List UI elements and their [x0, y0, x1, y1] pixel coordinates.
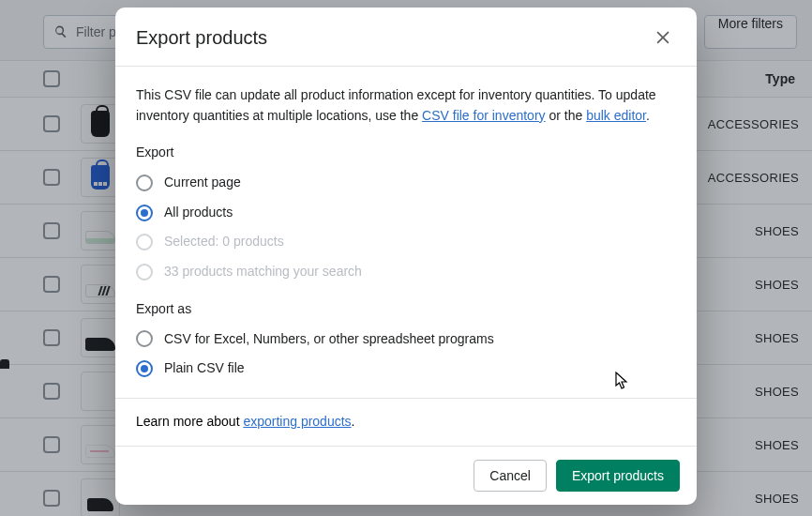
export-products-button[interactable]: Export products [556, 460, 680, 492]
radio-csv-excel[interactable] [136, 330, 153, 347]
export-format-radio-group: CSV for Excel, Numbers, or other spreads… [136, 329, 676, 379]
radio-selected-products [136, 234, 153, 250]
radio-csv-excel-label: CSV for Excel, Numbers, or other spreads… [164, 329, 494, 350]
modal-close-button[interactable] [650, 24, 676, 51]
export-as-section-label: Export as [136, 299, 676, 320]
csv-inventory-link[interactable]: CSV file for inventory [422, 108, 546, 123]
radio-all-products-label: All products [164, 203, 233, 223]
radio-plain-csv[interactable] [136, 360, 153, 377]
radio-matching-products-label: 33 products matching your search [164, 262, 362, 282]
modal-title: Export products [136, 27, 267, 49]
export-products-modal: Export products This CSV file can update… [115, 8, 697, 505]
radio-plain-csv-label: Plain CSV file [164, 358, 245, 379]
modal-learn-more: Learn more about exporting products. [115, 398, 697, 446]
export-scope-radio-group: Current page All products Selected: 0 pr… [136, 173, 676, 282]
radio-current-page-label: Current page [164, 173, 241, 193]
close-icon [654, 29, 671, 46]
export-section-label: Export [136, 143, 676, 163]
radio-current-page[interactable] [136, 175, 153, 191]
radio-all-products[interactable] [136, 205, 153, 221]
exporting-products-link[interactable]: exporting products [243, 414, 351, 429]
radio-selected-products-label: Selected: 0 products [164, 232, 284, 252]
bulk-editor-link[interactable]: bulk editor [586, 108, 646, 123]
modal-backdrop: Export products This CSV file can update… [0, 0, 812, 516]
cancel-button[interactable]: Cancel [474, 460, 547, 492]
modal-description: This CSV file can update all product inf… [136, 85, 676, 126]
radio-matching-products [136, 264, 153, 281]
